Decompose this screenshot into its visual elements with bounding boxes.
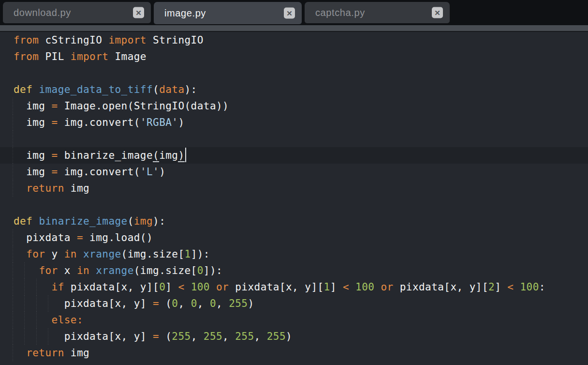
code-token: binarize_image [39,215,127,227]
code-token: ( [159,298,172,309]
code-line[interactable]: img = img.convert('L') [0,164,588,180]
code-line-content: pixdata = img.load() [0,229,588,246]
code-line[interactable]: return img [0,180,588,197]
code-line-content: for y in xrange(img.size[1]): [0,246,588,262]
code-line[interactable]: img = binarize_image(img) [0,147,588,164]
code-line[interactable]: if pixdata[x, y][0] < 100 or pixdata[x, … [0,279,588,295]
code-line[interactable]: pixdata[x, y] = (255, 255, 255, 255) [0,328,588,345]
code-token: ): [153,215,165,227]
tab-captcha-py[interactable]: captcha.py ✕ [305,2,450,23]
code-token: for [26,248,45,260]
code-line-content: return img [0,345,588,361]
code-token: data [159,84,184,95]
code-line[interactable]: else: [0,312,588,328]
code-token: img [14,150,52,161]
text-cursor [185,148,186,162]
code-token: img.convert( [58,117,140,128]
code-token: ( [159,331,172,342]
code-token: 0 [210,298,216,309]
code-line[interactable]: def binarize_image(img): [0,213,588,229]
tab-close-icon[interactable]: ✕ [284,8,295,19]
code-token: , [178,298,191,309]
code-token: cStringIO [39,34,108,46]
code-line[interactable] [0,65,588,81]
code-line[interactable]: def image_data_to_tiff(data): [0,81,588,98]
code-token: def [14,84,32,95]
code-token: img [14,100,52,112]
code-token [349,281,355,293]
code-token: import [71,51,109,62]
tab-label: image.py [164,8,206,19]
code-token: in [64,248,77,260]
code-token: ) [286,331,292,342]
code-token: pixdata[x, y][ [64,281,159,293]
code-token [14,347,26,359]
code-token: 0 [191,298,197,309]
code-token: x [58,265,77,276]
code-token: img [64,182,89,194]
code-token: 255 [229,298,248,309]
code-token: , [216,298,229,309]
code-token: img [134,215,153,227]
code-line[interactable]: pixdata = img.load() [0,229,588,246]
code-token: = [153,331,159,342]
code-token: pixdata[x, y] [14,298,153,309]
code-token [210,281,216,293]
code-token: ' [140,117,147,128]
tab-close-icon[interactable]: ✕ [133,7,144,18]
code-line-content: else: [0,312,588,328]
code-token: ] [165,281,178,293]
code-token: (img.size[ [134,265,197,276]
code-line[interactable] [0,197,588,213]
code-line[interactable]: img = img.convert('RGBA') [0,114,588,131]
code-token: ' [172,117,178,128]
code-line-content: img = img.convert('L') [0,164,588,180]
code-token: Image.open(StringIO(data)) [58,100,229,112]
code-token [14,182,26,194]
code-token: from [14,51,39,62]
code-token [77,248,83,260]
code-line-content: def binarize_image(img): [0,213,588,229]
code-token: ] [495,281,507,293]
code-token: img [14,166,52,178]
code-token [374,281,381,293]
code-token: ( [153,84,159,95]
code-token [32,215,39,227]
code-token: img [14,117,52,128]
code-token: or [381,281,393,293]
code-token: < [507,281,514,293]
tab-download-py[interactable]: download.py ✕ [3,2,151,23]
code-line[interactable]: for x in xrange(img.size[0]): [0,262,588,279]
tab-close-icon[interactable]: ✕ [432,7,443,18]
code-token: ) [159,166,165,178]
code-line[interactable] [0,131,588,147]
code-token: = [52,166,58,178]
code-line[interactable]: img = Image.open(StringIO(data)) [0,98,588,114]
code-token: = [153,298,159,309]
code-line-content: from PIL import Image [0,48,588,65]
code-line[interactable]: from cStringIO import StringIO [0,32,588,48]
code-line[interactable]: for y in xrange(img.size[1]): [0,246,588,262]
code-line[interactable]: from PIL import Image [0,48,588,65]
tab-label: download.py [14,7,71,18]
code-line[interactable]: return img [0,345,588,361]
code-token: ]): [191,248,210,260]
code-token [14,265,39,276]
code-token [14,281,52,293]
code-token: ) [178,150,184,162]
tab-bar: download.py ✕ image.py ✕ captcha.py ✕ [0,0,588,25]
code-token: StringIO [147,34,204,46]
code-token: return [26,347,64,359]
code-token: ' [153,166,159,178]
tab-label: captcha.py [315,7,365,18]
code-token: 1 [324,281,330,293]
code-token: 0 [197,265,204,276]
code-token: = [52,100,58,112]
code-token: Image [108,51,147,62]
code-line[interactable]: pixdata[x, y] = (0, 0, 0, 255) [0,295,588,312]
tab-image-py[interactable]: image.py ✕ [154,2,302,24]
code-editor[interactable]: from cStringIO import StringIOfrom PIL i… [0,32,588,365]
code-token: pixdata [14,232,77,243]
code-token: 0 [172,298,178,309]
code-token: pixdata[x, y] [14,331,153,342]
